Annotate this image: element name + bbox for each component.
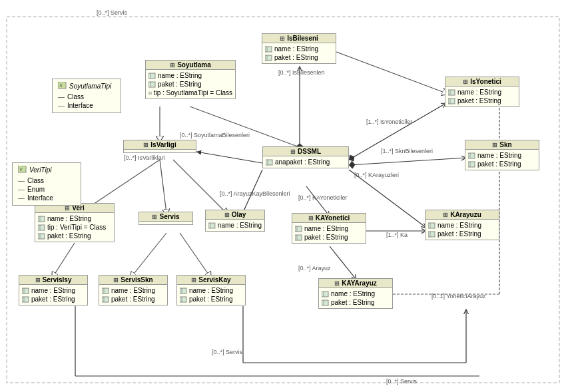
legend-veritipi: V VeriTipi — Class — Enum — Interface xyxy=(12,162,81,206)
svg-rect-68 xyxy=(22,288,29,294)
box-servisskn-body: name : EString paket : EString xyxy=(99,285,167,305)
box-skn-body: name : EString paket : EString xyxy=(465,150,539,170)
box-skn: ⊞ Skn name : EString paket : EString xyxy=(465,140,539,170)
box-soyutlama-header: ⊞ Soyutlama xyxy=(146,61,235,70)
box-isbileseni: ⊞ IsBileseni name : EString paket : EStr… xyxy=(262,33,336,64)
svg-rect-64 xyxy=(38,234,45,239)
box-kayonetici-header: ⊞ KAYonetici xyxy=(292,214,366,223)
svg-rect-44 xyxy=(468,153,475,158)
svg-line-11 xyxy=(160,160,166,213)
svg-line-14 xyxy=(132,233,166,276)
legend-veritipi-class: — Class xyxy=(18,176,75,185)
edge-label-yonetici-arayuz: [0..1] YoneticiArayuz xyxy=(431,293,486,299)
box-veri: ⊞ Veri name : EString tip : VeriTipi = C… xyxy=(35,203,115,242)
edge-label-servis-bottom1: [0..*] Servis xyxy=(212,349,242,355)
box-soyutlama-body: name : EString paket : EString tip : Soy… xyxy=(146,70,235,98)
box-serviskay-header: ⊞ ServisKay xyxy=(177,276,245,285)
svg-rect-42 xyxy=(448,98,455,104)
svg-rect-52 xyxy=(428,223,435,228)
box-servisisy-body: name : EString paket : EString xyxy=(19,285,87,305)
box-servisisy: ⊞ ServisIsy name : EString paket : EStri… xyxy=(19,275,88,305)
svg-rect-62 xyxy=(38,225,45,230)
box-soyutlama: ⊞ Soyutlama name : EString paket : EStri… xyxy=(145,60,236,99)
box-servisisy-header: ⊞ ServisIsy xyxy=(19,276,87,285)
svg-rect-74 xyxy=(102,297,109,302)
box-kayarayuz-body: name : EString paket : EString xyxy=(319,288,392,308)
box-kayarayuz-header: ⊞ KAYArayuz xyxy=(319,279,392,288)
edge-label-karayuzleri: [0..*] KArayuzleri xyxy=(354,172,399,178)
svg-rect-72 xyxy=(102,288,109,294)
svg-rect-46 xyxy=(468,162,475,167)
box-olay: ⊞ Olay name : EString xyxy=(205,210,265,232)
svg-rect-66 xyxy=(208,223,215,228)
box-servis: ⊞ Servis xyxy=(139,212,193,225)
legend-soyutlamatipi-class: — Class xyxy=(58,93,115,101)
box-olay-header: ⊞ Olay xyxy=(206,210,264,220)
box-dssml-header: ⊞ DSSML xyxy=(263,147,348,156)
svg-rect-38 xyxy=(265,55,272,61)
box-servis-body xyxy=(139,222,192,224)
legend-soyutlamatipi-title: S SoyutlamaTipi xyxy=(58,82,115,90)
svg-rect-70 xyxy=(22,297,29,302)
edge-label-sknbilesenleri: [1..*] SknBilesenleri xyxy=(381,148,433,154)
box-skn-header: ⊞ Skn xyxy=(465,140,539,150)
edge-label-arayuzkay: [0..*] ArayuzKayBilesenleri xyxy=(220,190,290,197)
box-isbileseni-body: name : EString paket : EString xyxy=(262,43,336,63)
box-kayonetici: ⊞ KAYonetici name : EString paket : EStr… xyxy=(292,213,366,244)
box-karayuzu-body: name : EString paket : EString xyxy=(425,220,499,240)
svg-line-2 xyxy=(190,106,306,150)
svg-rect-76 xyxy=(180,288,186,294)
svg-rect-56 xyxy=(322,292,328,297)
box-isbileseni-header: ⊞ IsBileseni xyxy=(262,34,336,43)
legend-veritipi-interface: — Interface xyxy=(18,194,75,202)
diagram-container: [0..*] Servis [0..*] SoyutlamaBilesenler… xyxy=(0,0,564,392)
edge-label-ka: [1..*] Ka xyxy=(386,232,408,238)
box-isyonetici: ⊞ IsYonetici name : EString paket : EStr… xyxy=(445,77,519,107)
svg-rect-78 xyxy=(180,297,186,302)
svg-rect-50 xyxy=(295,235,302,240)
edge-label-servis-bottom2: [0..*] Servis xyxy=(386,378,417,385)
box-karayuzu: ⊞ KArayuzu name : EString paket : EStrin… xyxy=(425,210,499,240)
box-dssml: ⊞ DSSML anapaket : EString xyxy=(262,146,349,168)
svg-text:S: S xyxy=(59,83,63,88)
legend-veritipi-enum: — Enum xyxy=(18,185,75,194)
svg-rect-60 xyxy=(38,216,45,222)
edge-label-kayoneticiler: [0..*] KAYoneticiler xyxy=(298,194,348,201)
svg-line-13 xyxy=(53,243,75,276)
svg-line-15 xyxy=(180,233,210,276)
edge-label-soyutlamabilesenleri: [0..*] SoyutlamaBilesenleri xyxy=(180,132,250,138)
box-dssml-body: anapaket : EString xyxy=(263,156,348,168)
svg-rect-54 xyxy=(428,232,435,237)
edge-label-top: [0..*] Servis xyxy=(97,9,127,16)
svg-rect-34 xyxy=(148,92,152,95)
box-isyonetici-header: ⊞ IsYonetici xyxy=(445,77,519,87)
box-isvarligi: ⊞ IsVarligi xyxy=(123,140,196,153)
svg-line-12 xyxy=(173,160,226,213)
svg-rect-0 xyxy=(7,17,559,383)
box-veri-body: name : EString tip : VeriTipi = Class pa… xyxy=(35,213,114,242)
box-olay-body: name : EString xyxy=(206,220,264,231)
box-servis-header: ⊞ Servis xyxy=(139,212,192,222)
svg-line-5 xyxy=(349,103,446,160)
legend-veritipi-title: V VeriTipi xyxy=(18,166,75,174)
svg-rect-36 xyxy=(265,47,272,52)
legend-soyutlamatipi: S SoyutlamaTipi — Class — Interface xyxy=(52,79,121,113)
svg-rect-48 xyxy=(295,226,302,232)
legend-soyutlamatipi-interface: — Interface xyxy=(58,101,115,110)
box-serviskay: ⊞ ServisKay name : EString paket : EStri… xyxy=(176,275,246,305)
edge-label-isvarliklari: [0..*] IsVarliklari xyxy=(124,154,165,161)
box-kayonetici-body: name : EString paket : EString xyxy=(292,223,366,243)
svg-line-17 xyxy=(330,246,356,280)
svg-rect-58 xyxy=(322,300,328,305)
svg-line-8 xyxy=(306,186,330,216)
box-servisskn-header: ⊞ ServisSkn xyxy=(99,276,167,285)
svg-rect-30 xyxy=(148,73,155,79)
attr-dssml-anapaket: anapaket : EString xyxy=(266,158,346,166)
box-isyonetici-body: name : EString paket : EString xyxy=(445,87,519,106)
box-serviskay-body: name : EString paket : EString xyxy=(177,285,245,305)
svg-line-27 xyxy=(336,52,446,93)
edge-label-arayuz: [0..*] Arayuz xyxy=(298,265,331,272)
svg-rect-32 xyxy=(148,82,155,87)
edge-label-isyoneticiler: [1..*] IsYoneticiler xyxy=(366,118,412,125)
svg-rect-28 xyxy=(266,160,272,165)
